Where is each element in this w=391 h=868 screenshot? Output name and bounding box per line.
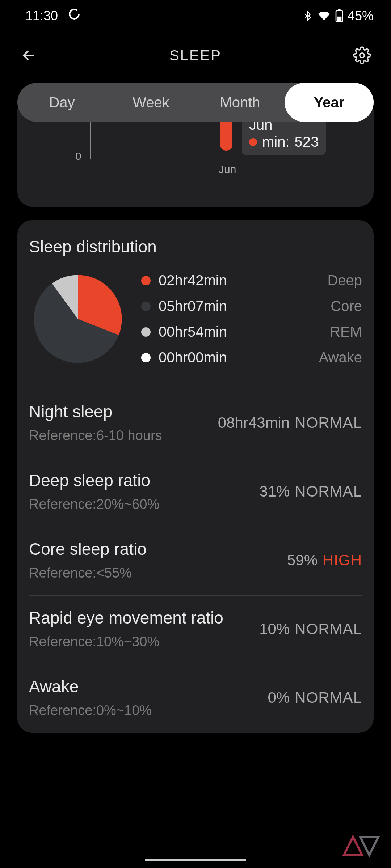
metric-row: Deep sleep ratio Reference:20%~60% 31% N… xyxy=(29,458,362,527)
metric-row: Rapid eye movement ratio Reference:10%~3… xyxy=(29,596,362,664)
period-tabs: Day Week Month Year xyxy=(17,83,374,122)
legend-row-rem: 00hr54min REM xyxy=(141,324,362,340)
home-indicator[interactable] xyxy=(145,859,246,861)
legend-time: 02hr42min xyxy=(159,272,227,289)
bluetooth-icon xyxy=(303,10,313,22)
chart-y-tick-0: 0 xyxy=(75,150,81,162)
metric-name: Rapid eye movement ratio xyxy=(29,608,259,627)
legend-label: Awake xyxy=(319,349,362,366)
metric-value: 59% xyxy=(287,552,318,569)
battery-percent: 45% xyxy=(348,8,374,24)
metric-row: Night sleep Reference:6-10 hours 08hr43m… xyxy=(29,390,362,458)
wifi-icon xyxy=(317,10,331,22)
battery-icon xyxy=(335,9,343,22)
legend-label: Core xyxy=(331,298,362,314)
tab-day[interactable]: Day xyxy=(17,83,106,122)
legend-dot-icon xyxy=(141,302,151,311)
metric-name: Core sleep ratio xyxy=(29,539,287,559)
tooltip-dot-icon xyxy=(249,138,257,146)
distribution-pie-chart xyxy=(29,270,127,368)
chart-x-tick-jun: Jun xyxy=(219,163,236,175)
sleep-distribution-card: Sleep distribution 02hr42min Deep 05hr07… xyxy=(17,220,374,733)
metric-value: 0% xyxy=(268,689,290,706)
year-chart-card: 0 Jun Jun min: 523 xyxy=(17,109,374,207)
tooltip-value: 523 xyxy=(295,134,319,150)
legend-time: 00hr00min xyxy=(159,349,227,366)
metric-value: 08hr43min xyxy=(218,414,290,431)
legend-label: Deep xyxy=(327,272,362,289)
metric-status: HIGH xyxy=(323,552,362,569)
metric-row: Awake Reference:0%~10% 0% NORMAL xyxy=(29,664,362,718)
back-button[interactable] xyxy=(17,44,41,67)
legend-label: REM xyxy=(330,324,362,340)
metric-reference: Reference:20%~60% xyxy=(29,497,259,512)
metric-status: NORMAL xyxy=(295,483,362,500)
tab-month[interactable]: Month xyxy=(196,83,285,122)
metric-value: 10% xyxy=(259,620,290,638)
watermark-logo-icon xyxy=(340,833,380,860)
metric-value: 31% xyxy=(259,483,290,500)
metric-name: Awake xyxy=(29,677,268,696)
legend-dot-icon xyxy=(141,276,151,285)
metric-reference: Reference:10%~30% xyxy=(29,634,259,650)
status-time: 11:30 xyxy=(25,8,58,24)
metric-status: NORMAL xyxy=(295,620,362,638)
legend-time: 05hr07min xyxy=(159,298,227,314)
metric-name: Night sleep xyxy=(29,402,218,421)
legend-time: 00hr54min xyxy=(159,324,227,340)
tab-year[interactable]: Year xyxy=(285,83,374,122)
legend-dot-icon xyxy=(141,353,151,362)
tooltip-label: min: xyxy=(262,134,290,150)
distribution-legend: 02hr42min Deep 05hr07min Core 00hr54min … xyxy=(141,272,362,366)
legend-row-core: 05hr07min Core xyxy=(141,298,362,314)
metric-row: Core sleep ratio Reference:<55% 59% HIGH xyxy=(29,527,362,596)
chart-x-axis xyxy=(90,157,352,157)
legend-row-awake: 00hr00min Awake xyxy=(141,349,362,366)
legend-dot-icon xyxy=(141,327,151,337)
page-title: SLEEP xyxy=(41,47,350,64)
svg-rect-2 xyxy=(337,16,342,21)
metric-status: NORMAL xyxy=(295,689,362,706)
metric-status: NORMAL xyxy=(295,414,362,431)
metric-reference: Reference:<55% xyxy=(29,565,287,581)
metric-reference: Reference:6-10 hours xyxy=(29,428,218,443)
svg-point-3 xyxy=(360,53,365,58)
distribution-title: Sleep distribution xyxy=(29,237,362,256)
svg-rect-1 xyxy=(338,9,340,11)
metric-reference: Reference:0%~10% xyxy=(29,703,268,718)
metric-name: Deep sleep ratio xyxy=(29,471,259,490)
tab-week[interactable]: Week xyxy=(106,83,196,122)
chart-bar-jun[interactable] xyxy=(220,120,232,151)
status-bar: 11:30 45% xyxy=(0,0,391,28)
legend-row-deep: 02hr42min Deep xyxy=(141,272,362,289)
sync-icon xyxy=(68,8,80,24)
chart-y-axis xyxy=(90,116,91,159)
settings-button[interactable] xyxy=(350,44,374,67)
app-header: SLEEP xyxy=(0,28,391,83)
